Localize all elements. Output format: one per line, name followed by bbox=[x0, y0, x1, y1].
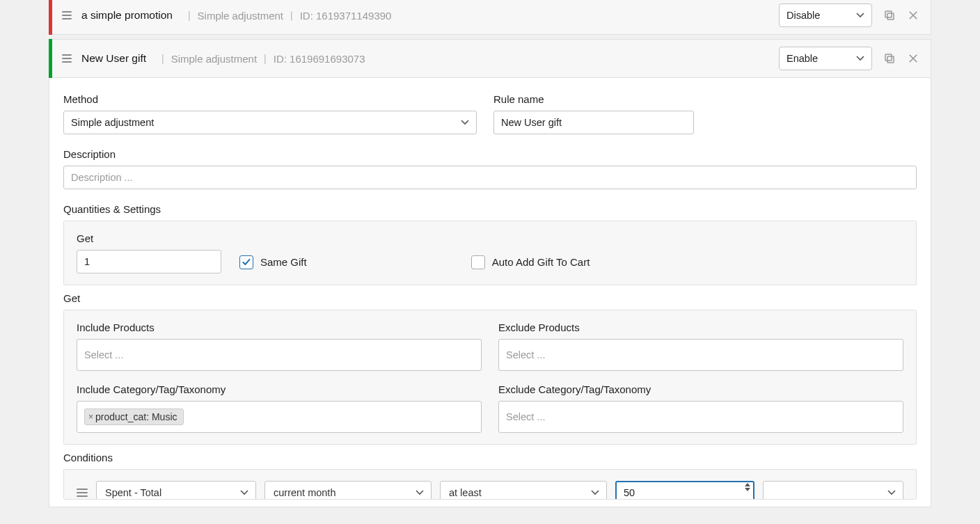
checkbox-icon bbox=[471, 255, 485, 269]
spinner-down-icon[interactable] bbox=[745, 488, 750, 491]
checkbox-icon bbox=[239, 255, 253, 269]
close-icon[interactable] bbox=[907, 9, 919, 22]
include-category-select[interactable]: × product_cat: Music bbox=[77, 401, 482, 433]
exclude-products-label: Exclude Products bbox=[498, 321, 903, 333]
auto-add-checkbox[interactable]: Auto Add Gift To Cart bbox=[471, 255, 590, 269]
get-heading: Get bbox=[63, 292, 917, 304]
rule-id: ID: 1619691693073 bbox=[274, 53, 365, 65]
condition-value-wrapper bbox=[615, 481, 754, 500]
rule-header-1[interactable]: a simple promotion | Simple adjustment |… bbox=[49, 0, 931, 35]
rule-header-2[interactable]: New User gift | Simple adjustment | ID: … bbox=[49, 39, 931, 78]
include-products-label: Include Products bbox=[77, 321, 482, 333]
rule-body: Method Simple adjustment Rule name Descr… bbox=[49, 78, 931, 507]
auto-add-label: Auto Add Gift To Cart bbox=[492, 256, 590, 268]
drag-handle-icon[interactable] bbox=[61, 54, 72, 63]
rule-name-input[interactable] bbox=[493, 111, 694, 134]
condition-value-input[interactable] bbox=[615, 481, 754, 500]
method-select[interactable]: Simple adjustment bbox=[63, 111, 477, 134]
conditions-panel: Spent - Total current month at least bbox=[63, 469, 917, 500]
number-spinner[interactable] bbox=[745, 483, 750, 491]
exclude-category-label: Exclude Category/Tag/Taxonomy bbox=[498, 383, 903, 395]
condition-period-select[interactable]: current month bbox=[264, 481, 432, 500]
svg-rect-3 bbox=[885, 54, 892, 61]
include-category-label: Include Category/Tag/Taxonomy bbox=[77, 383, 482, 395]
separator: | bbox=[161, 53, 164, 64]
method-label: Method bbox=[63, 93, 477, 105]
exclude-products-select[interactable]: Select ... bbox=[498, 339, 903, 371]
rule-name-label: Rule name bbox=[493, 93, 694, 105]
status-select[interactable]: Enable bbox=[779, 47, 872, 70]
get-label: Get bbox=[77, 232, 221, 244]
quantities-settings-panel: Get Same Gift Auto Add Gift To Cart bbox=[63, 221, 917, 285]
conditions-heading: Conditions bbox=[63, 452, 917, 463]
drag-handle-icon[interactable] bbox=[61, 11, 72, 19]
description-input[interactable] bbox=[63, 166, 917, 189]
same-gift-checkbox[interactable]: Same Gift bbox=[239, 255, 307, 269]
separator: | bbox=[188, 10, 191, 21]
tag-remove-icon[interactable]: × bbox=[88, 412, 93, 422]
spinner-up-icon[interactable] bbox=[745, 483, 750, 486]
get-products-panel: Include Products Select ... Exclude Prod… bbox=[63, 310, 917, 445]
status-select[interactable]: Disable bbox=[779, 3, 872, 27]
copy-icon[interactable] bbox=[883, 52, 896, 65]
close-icon[interactable] bbox=[907, 52, 919, 65]
separator: | bbox=[290, 10, 293, 21]
status-stripe bbox=[49, 0, 52, 35]
separator: | bbox=[264, 53, 267, 64]
svg-rect-1 bbox=[885, 11, 892, 17]
svg-rect-0 bbox=[887, 13, 894, 19]
rule-title: New User gift bbox=[81, 52, 146, 65]
get-quantity-input[interactable] bbox=[77, 250, 221, 273]
condition-comparator-select[interactable]: at least bbox=[440, 481, 607, 500]
condition-extra-select[interactable] bbox=[763, 481, 903, 500]
quantities-settings-heading: Quantities & Settings bbox=[63, 203, 917, 215]
status-stripe bbox=[49, 39, 52, 78]
description-label: Description bbox=[63, 148, 917, 160]
rule-title: a simple promotion bbox=[81, 9, 173, 22]
same-gift-label: Same Gift bbox=[260, 256, 307, 268]
drag-handle-icon[interactable] bbox=[77, 489, 88, 497]
include-products-select[interactable]: Select ... bbox=[77, 339, 482, 371]
copy-icon[interactable] bbox=[883, 9, 896, 22]
svg-rect-2 bbox=[887, 56, 894, 63]
exclude-category-select[interactable]: Select ... bbox=[498, 401, 903, 433]
category-tag[interactable]: × product_cat: Music bbox=[84, 408, 184, 425]
rule-method-short: Simple adjustment bbox=[171, 53, 257, 65]
rule-method-short: Simple adjustment bbox=[198, 10, 283, 22]
rule-id: ID: 1619371149390 bbox=[300, 10, 392, 22]
condition-metric-select[interactable]: Spent - Total bbox=[96, 481, 256, 500]
